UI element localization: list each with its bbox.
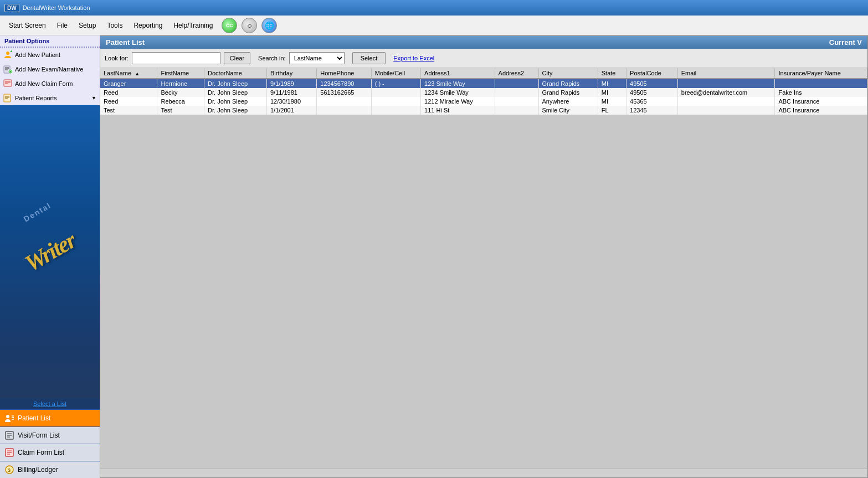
col-lastname[interactable]: LastName ▲ — [100, 68, 157, 79]
cell-homePhone — [317, 97, 371, 106]
menu-start-screen[interactable]: Start Screen — [4, 19, 50, 32]
dental-label: Dental — [22, 201, 53, 223]
table-row[interactable]: ReedRebeccaDr. John Sleep12/30/19801212 … — [100, 97, 867, 106]
cell-mobileCell — [371, 97, 420, 106]
table-row[interactable]: ReedBeckyDr. John Sleep9/11/198156131626… — [100, 88, 867, 97]
bottom-scroll[interactable] — [100, 469, 867, 477]
svg-rect-12 — [4, 94, 11, 102]
clean-code-button[interactable]: CC — [222, 18, 237, 33]
cell-lastName: Granger — [100, 79, 157, 88]
cell-state: MI — [598, 88, 626, 97]
cell-lastName: Reed — [100, 88, 157, 97]
add-claim-icon — [3, 79, 12, 88]
select-button[interactable]: Select — [352, 52, 386, 64]
visit-form-list-button[interactable]: Visit/Form List — [0, 426, 100, 444]
svg-text:$: $ — [8, 467, 11, 473]
cell-email — [677, 79, 775, 88]
bottom-scroll-inner[interactable] — [100, 469, 867, 477]
cell-birthday: 12/30/1980 — [266, 97, 316, 106]
col-mobilecell[interactable]: Mobile/Cell — [371, 68, 420, 79]
add-new-exam-label: Add New Exam/Narrative — [15, 66, 84, 73]
add-new-claim-label: Add New Claim Form — [15, 80, 73, 87]
svg-rect-8 — [4, 80, 12, 86]
cell-homePhone — [317, 106, 371, 115]
col-insurance[interactable]: Insurance/Payer Name — [775, 68, 867, 79]
cell-address1: 111 Hi St — [421, 106, 495, 115]
claim-form-icon — [4, 448, 14, 458]
cell-address1: 1234 Smile Way — [421, 88, 495, 97]
add-patient-icon: + — [3, 50, 12, 59]
cell-mobileCell — [371, 106, 420, 115]
circle-icon-button[interactable]: ○ — [242, 18, 257, 33]
svg-text:+: + — [9, 70, 12, 73]
cell-city: Anywhere — [538, 97, 598, 106]
cell-city: Grand Rapids — [538, 79, 598, 88]
table-row[interactable]: GrangerHermioneDr. John Sleep9/1/1989123… — [100, 79, 867, 88]
col-email[interactable]: Email — [677, 68, 775, 79]
cell-lastName: Reed — [100, 97, 157, 106]
add-new-claim-button[interactable]: Add New Claim Form — [0, 76, 100, 91]
dw-logo-area: Dental Writer — [0, 105, 100, 398]
billing-ledger-button[interactable]: $ Billing/Ledger — [0, 461, 100, 478]
menu-setup[interactable]: Setup — [74, 19, 100, 32]
col-firstname[interactable]: FirstName — [157, 68, 204, 79]
cell-insurancePayer: Fake Ins — [775, 88, 867, 97]
cell-birthday: 9/11/1981 — [266, 88, 316, 97]
cell-firstName: Test — [157, 106, 204, 115]
search-input[interactable] — [132, 52, 220, 64]
clear-button[interactable]: Clear — [224, 52, 250, 64]
col-state[interactable]: State — [598, 68, 626, 79]
cell-state: MI — [598, 79, 626, 88]
patient-reports-button[interactable]: Patient Reports ▼ — [0, 91, 100, 105]
cell-doctorName: Dr. John Sleep — [204, 88, 267, 97]
export-to-excel-link[interactable]: Export to Excel — [393, 55, 434, 61]
cell-city: Smile City — [538, 106, 598, 115]
cell-birthday: 1/1/2001 — [266, 106, 316, 115]
claim-form-list-button[interactable]: Claim Form List — [0, 444, 100, 461]
cell-mobileCell — [371, 88, 420, 97]
col-address1[interactable]: Address1 — [421, 68, 495, 79]
claim-form-list-label: Claim Form List — [18, 449, 64, 456]
add-new-patient-button[interactable]: + Add New Patient — [0, 48, 100, 62]
cell-lastName: Test — [100, 106, 157, 115]
menu-tools[interactable]: Tools — [102, 19, 127, 32]
cell-postalCode: 12345 — [626, 106, 678, 115]
billing-ledger-label: Billing/Ledger — [18, 466, 58, 474]
col-postalcode[interactable]: PostalCode — [626, 68, 678, 79]
cell-address2 — [495, 88, 538, 97]
menu-file[interactable]: File — [53, 19, 72, 32]
sidebar: Patient Options + Add New Patient + Add … — [0, 35, 100, 478]
menu-reporting[interactable]: Reporting — [129, 19, 167, 32]
look-for-label: Look for: — [105, 55, 129, 61]
cell-firstName: Hermione — [157, 79, 204, 88]
globe-button[interactable]: 🌐 — [261, 18, 277, 33]
cell-mobileCell: ( ) - — [371, 79, 420, 88]
menu-help-training[interactable]: Help/Training — [169, 19, 217, 32]
cell-address2 — [495, 79, 538, 88]
dw-writer-logo: Writer — [21, 228, 79, 275]
col-doctorname[interactable]: DoctorName — [204, 68, 267, 79]
cell-postalCode: 49505 — [626, 88, 678, 97]
cell-city: Grand Rapids — [538, 88, 598, 97]
cell-homePhone: 1234567890 — [317, 79, 371, 88]
patient-reports-icon — [3, 94, 12, 102]
billing-ledger-icon: $ — [4, 465, 14, 475]
col-city[interactable]: City — [538, 68, 598, 79]
select-list-label[interactable]: Select a List — [0, 398, 100, 409]
col-homephone[interactable]: HomePhone — [317, 68, 371, 79]
add-new-exam-button[interactable]: + Add New Exam/Narrative — [0, 62, 100, 76]
cell-insurancePayer: ABC Insurance — [775, 97, 867, 106]
patient-list-button[interactable]: Patient List — [0, 409, 100, 426]
col-address2[interactable]: Address2 — [495, 68, 538, 79]
cell-insurancePayer — [775, 79, 867, 88]
search-in-label: Search in: — [258, 55, 286, 61]
table-row[interactable]: TestTestDr. John Sleep1/1/2001111 Hi StS… — [100, 106, 867, 115]
col-birthday[interactable]: Birthday — [266, 68, 316, 79]
patient-list-panel: Patient List Current V Look for: Clear S… — [100, 35, 868, 478]
cell-email — [677, 106, 775, 115]
patient-table-container[interactable]: LastName ▲ FirstName DoctorName Birthday… — [100, 68, 867, 469]
cell-birthday: 9/1/1989 — [266, 79, 316, 88]
search-in-select[interactable]: LastName FirstName DoctorName Birthday — [289, 52, 345, 64]
cell-doctorName: Dr. John Sleep — [204, 97, 267, 106]
content-area: Patient List Current V Look for: Clear S… — [100, 35, 868, 478]
